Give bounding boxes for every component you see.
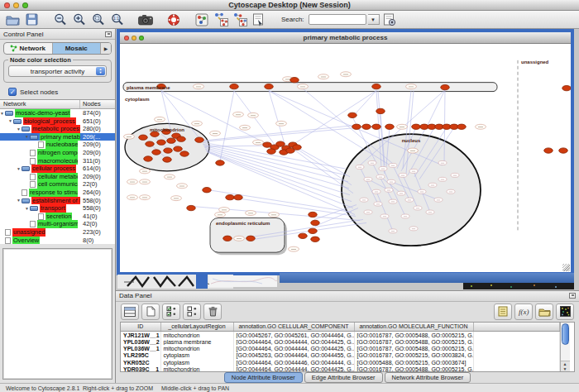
tab-node-attribute-browser[interactable]: Node Attribute Browser — [224, 372, 303, 383]
table-scrollbar[interactable]: ▲▼ — [560, 323, 570, 371]
table-cell[interactable]: YKR052C — [121, 359, 160, 366]
table-row[interactable]: YDR039C__1mitochondrion[GO:0044464, GO:0… — [121, 366, 559, 372]
delete-attribute-button[interactable] — [203, 304, 222, 320]
apply-style-button[interactable] — [231, 12, 248, 27]
network-node[interactable] — [441, 84, 450, 89]
snapshot-button[interactable] — [136, 12, 154, 27]
network-node[interactable] — [187, 205, 196, 210]
network-node[interactable] — [246, 236, 256, 241]
network-node-labeled[interactable] — [246, 211, 256, 216]
network-node[interactable] — [216, 160, 225, 165]
network-node-labeled[interactable] — [210, 131, 221, 136]
table-column-header[interactable]: annotation.GO MOLECULAR_FUNCTION — [354, 323, 473, 332]
table-row[interactable]: YJR121W__1mitochondrion[GO:0045267, GO:0… — [121, 332, 559, 338]
vizmapper-button[interactable] — [193, 12, 210, 27]
tree-item-response-to-stimulu[interactable]: response to stimulu264(0) — [0, 189, 115, 197]
network-node-small[interactable] — [364, 177, 372, 181]
import-attributes-button[interactable] — [535, 304, 553, 320]
network-node-small[interactable] — [438, 160, 447, 165]
network-node[interactable] — [376, 108, 385, 113]
table-cell[interactable]: YPL036W__2 — [121, 338, 160, 345]
table-cell[interactable]: [GO:0044464, GO:0044444, GO:0044425, G..… — [233, 366, 354, 372]
table-cell[interactable]: YDR039C__1 — [121, 366, 160, 372]
network-node-small[interactable] — [447, 189, 455, 194]
table-cell[interactable] — [473, 345, 559, 351]
network-node-small[interactable] — [438, 177, 447, 181]
tree-column-network[interactable]: Network — [0, 100, 80, 108]
table-cell[interactable]: [GO:0016787, GO:0005215, GO:0003824, G..… — [354, 352, 473, 359]
network-node[interactable] — [559, 148, 568, 153]
tree-item-cell-communicat[interactable]: cell communicat22(0) — [0, 180, 115, 189]
network-node[interactable] — [412, 124, 421, 129]
network-node-small[interactable] — [360, 198, 368, 202]
network-node-small[interactable] — [356, 165, 364, 169]
table-cell[interactable]: mitochondrion — [160, 332, 233, 338]
network-node-labeled[interactable] — [127, 195, 138, 200]
zoom-button[interactable] — [22, 2, 28, 8]
network-node[interactable] — [311, 220, 320, 225]
network-node[interactable] — [385, 124, 395, 129]
network-node-small[interactable] — [387, 179, 395, 184]
network-view-titlebar[interactable]: primary metabolic process — [120, 32, 571, 44]
network-canvas[interactable]: plasma membranecytoplasmmitochondrionnuc… — [120, 44, 571, 272]
network-node[interactable] — [311, 237, 320, 241]
network-node[interactable] — [372, 84, 381, 88]
network-node-small[interactable] — [418, 189, 426, 194]
network-node[interactable] — [230, 84, 239, 88]
new-attribute-button[interactable] — [141, 304, 160, 320]
network-node[interactable] — [299, 233, 308, 238]
frame-zoom-button[interactable] — [139, 36, 144, 41]
network-node-small[interactable] — [364, 210, 372, 214]
network-node[interactable] — [203, 188, 212, 193]
network-node[interactable] — [348, 112, 357, 117]
network-node-small[interactable] — [451, 173, 459, 177]
network-node-labeled[interactable] — [219, 208, 230, 213]
search-dropdown-button[interactable]: ▼ — [368, 14, 380, 25]
minimize-button[interactable] — [13, 2, 19, 8]
zoom-out-button[interactable] — [51, 12, 69, 27]
table-cell[interactable]: mitochondrion — [160, 345, 233, 351]
tab-edge-attribute-browser[interactable]: Edge Attribute Browser — [304, 372, 383, 383]
frame-close-button[interactable] — [124, 36, 129, 41]
birdseye-view[interactable] — [2, 248, 112, 380]
table-cell[interactable] — [473, 332, 559, 338]
network-node-labeled[interactable] — [341, 72, 352, 77]
tree-column-nodes[interactable]: Nodes — [80, 100, 115, 108]
table-column-header[interactable] — [473, 323, 559, 332]
network-node-labeled[interactable] — [233, 112, 244, 117]
table-cell[interactable] — [473, 359, 559, 366]
table-cell[interactable]: [GO:0044464, GO:0044444, GO:0044425, G..… — [233, 345, 354, 351]
tree-item-overview[interactable]: Overview8(0) — [0, 237, 115, 245]
network-node-small[interactable] — [409, 169, 418, 173]
network-node-labeled[interactable] — [234, 236, 245, 241]
network-node[interactable] — [226, 194, 235, 199]
frame-minimize-button[interactable] — [132, 36, 136, 41]
open-session-button[interactable] — [4, 12, 22, 27]
tree-item-biological-process[interactable]: ▼biological_process651(0) — [0, 117, 115, 126]
help-button[interactable] — [165, 12, 182, 27]
table-cell[interactable] — [473, 366, 559, 372]
annotation-button[interactable] — [250, 12, 267, 27]
table-cell[interactable]: [GO:0016787, GO:0005488, GO:0005215, G..… — [354, 366, 473, 372]
tree-item-primary-metabo[interactable]: ▼primary metabo209(... — [0, 133, 115, 141]
table-cell[interactable]: [GO:0016787, GO:0005488, GO:0005215, G..… — [354, 345, 473, 351]
apply-layout-button[interactable] — [212, 12, 229, 27]
network-node-labeled[interactable] — [476, 124, 486, 129]
select-nodes-checkbox[interactable]: ✓ — [8, 88, 17, 96]
node-color-select[interactable]: transporter activity ▲▼ — [8, 65, 107, 77]
table-cell[interactable]: mitochondrion — [160, 366, 233, 372]
tabs-overflow-button[interactable]: ▶ — [100, 43, 111, 54]
zoom-fit-button[interactable]: 1:1 — [108, 12, 126, 27]
network-node-small[interactable] — [372, 189, 380, 194]
tree-item-cellular-metabo[interactable]: cellular metabo209(0) — [0, 173, 115, 181]
network-node-labeled[interactable] — [124, 134, 135, 139]
network-node-small[interactable] — [389, 199, 397, 203]
network-node[interactable] — [562, 85, 571, 90]
network-node[interactable] — [234, 194, 243, 199]
network-node[interactable] — [457, 124, 467, 129]
network-node[interactable] — [362, 124, 371, 129]
tab-network[interactable]: Network — [4, 43, 52, 54]
network-node-small[interactable] — [379, 166, 387, 170]
search-input[interactable] — [309, 14, 366, 25]
close-button[interactable] — [4, 2, 10, 8]
